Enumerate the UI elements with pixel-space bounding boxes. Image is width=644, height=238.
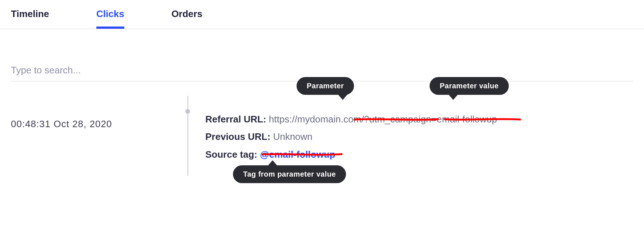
timeline-rail bbox=[184, 100, 205, 165]
callout-tag-from-parameter-value: Tag from parameter value bbox=[233, 165, 346, 183]
underline-parameter-value bbox=[444, 118, 521, 120]
search-wrap bbox=[0, 29, 644, 81]
rail-line bbox=[188, 96, 188, 176]
page-root: Timeline Clicks Orders 00:48:31 Oct 28, … bbox=[0, 0, 644, 238]
rail-dot-icon bbox=[185, 109, 190, 114]
callout-parameter-value: Parameter value bbox=[430, 77, 509, 95]
source-tag-label: Source tag: bbox=[205, 149, 257, 160]
referral-url-label: Referral URL: bbox=[205, 114, 266, 125]
previous-url-row: Previous URL: Unknown bbox=[205, 130, 633, 143]
tabs-bar: Timeline Clicks Orders bbox=[0, 0, 644, 29]
tab-orders[interactable]: Orders bbox=[172, 1, 202, 29]
callout-parameter: Parameter bbox=[297, 77, 354, 95]
tab-clicks[interactable]: Clicks bbox=[96, 1, 124, 29]
previous-url-label: Previous URL: bbox=[205, 131, 270, 142]
previous-url-value: Unknown bbox=[273, 131, 312, 142]
underline-parameter bbox=[354, 118, 439, 120]
underline-tag-from-parameter-value bbox=[262, 153, 342, 155]
tab-timeline[interactable]: Timeline bbox=[11, 1, 49, 29]
entry-timestamp: 00:48:31 Oct 28, 2020 bbox=[11, 100, 184, 165]
